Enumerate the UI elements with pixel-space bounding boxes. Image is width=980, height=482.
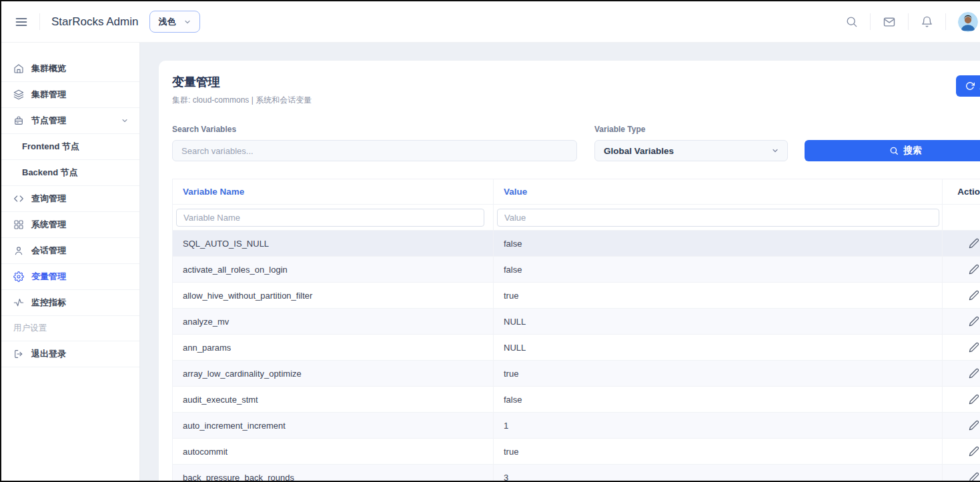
user-avatar[interactable] (958, 12, 978, 32)
sidebar-item-cluster-management[interactable]: 集群管理 (1, 82, 139, 108)
chevron-down-icon (771, 147, 779, 155)
actions-cell (942, 413, 980, 438)
table-row[interactable]: activate_all_roles_on_loginfalse (173, 257, 980, 283)
sidebar-item-label: 系统管理 (31, 219, 66, 231)
divider (945, 13, 946, 30)
variable-name-filter-input[interactable] (176, 209, 484, 227)
grid-icon (13, 219, 24, 230)
sidebar-item-session-management[interactable]: 会话管理 (1, 238, 139, 264)
pencil-icon (969, 238, 979, 249)
pencil-icon (969, 290, 979, 301)
variable-name-cell: analyze_mv (173, 309, 493, 334)
edit-variable-button[interactable] (969, 420, 979, 431)
app-title: StarRocks Admin (51, 15, 138, 29)
edit-variable-button[interactable] (969, 368, 979, 379)
table-row[interactable]: analyze_mvNULL (173, 309, 980, 335)
refresh-icon (965, 81, 975, 91)
chevron-down-icon (183, 18, 191, 26)
variable-type-select[interactable]: Global Variables (594, 140, 788, 161)
sidebar-item-monitoring-metrics[interactable]: 监控指标 (1, 290, 139, 316)
pencil-icon (969, 316, 979, 327)
variable-value-cell: NULL (493, 309, 942, 334)
actions-cell (942, 231, 980, 256)
table-row[interactable]: allow_hive_without_partition_filtertrue (173, 283, 980, 309)
divider (908, 13, 909, 30)
table-filter-row (173, 205, 980, 231)
edit-variable-button[interactable] (969, 264, 979, 275)
sidebar-item-variable-management[interactable]: 变量管理 (1, 264, 139, 290)
table-row[interactable]: ann_paramsNULL (173, 335, 980, 361)
search-button[interactable]: 搜索 (805, 140, 980, 161)
sidebar-subitem-backend-nodes[interactable]: Backend 节点 (1, 160, 139, 186)
top-bar-actions (837, 12, 979, 32)
sidebar-item-label: 变量管理 (31, 271, 66, 283)
variable-name-cell: autocommit (173, 439, 493, 464)
sidebar-item-label: 节点管理 (31, 115, 66, 127)
edit-variable-button[interactable] (969, 472, 979, 481)
variable-name-cell: allow_hive_without_partition_filter (173, 283, 493, 308)
search-button-label: 搜索 (904, 145, 922, 157)
sidebar-subitem-frontend-nodes[interactable]: Frontend 节点 (1, 134, 139, 160)
actions-cell (942, 257, 980, 282)
variables-table: Variable Name Value Actions SQL_AUTO_I (172, 179, 980, 481)
sidebar-item-label: 集群概览 (31, 63, 66, 75)
table-row[interactable]: auto_increment_increment1 (173, 413, 980, 439)
mail-icon[interactable] (875, 15, 904, 29)
variable-value-cell: NULL (493, 335, 942, 360)
gear-icon (13, 271, 24, 282)
search-icon[interactable] (837, 15, 866, 28)
sidebar-item-node-management[interactable]: 节点管理 (1, 108, 139, 134)
column-header-value[interactable]: Value (493, 179, 942, 204)
sidebar-item-logout[interactable]: 退出登录 (1, 341, 139, 367)
table-row[interactable]: array_low_cardinality_optimizetrue (173, 361, 980, 387)
table-row[interactable]: audit_execute_stmtfalse (173, 387, 980, 413)
sidebar-item-label: 集群管理 (31, 89, 66, 101)
sidebar-item-system-management[interactable]: 系统管理 (1, 212, 139, 238)
menu-toggle-icon[interactable] (15, 15, 28, 29)
page-title: 变量管理 (172, 74, 312, 90)
table-row[interactable]: back_pressure_back_rounds3 (173, 465, 980, 481)
theme-select[interactable]: 浅色 (149, 11, 200, 33)
edit-variable-button[interactable] (969, 290, 979, 301)
logout-icon (13, 349, 24, 359)
sidebar-item-label: 会话管理 (31, 245, 66, 257)
bell-icon[interactable] (913, 15, 941, 28)
search-variables-input[interactable] (172, 140, 577, 161)
edit-variable-button[interactable] (969, 316, 979, 327)
variable-name-cell: audit_execute_stmt (173, 387, 493, 412)
pencil-icon (969, 472, 979, 481)
edit-variable-button[interactable] (969, 342, 979, 353)
actions-cell (942, 361, 980, 386)
table-row[interactable]: autocommittrue (173, 439, 980, 465)
variable-name-cell: back_pressure_back_rounds (173, 465, 493, 481)
pencil-icon (969, 420, 979, 431)
variable-name-cell: SQL_AUTO_IS_NULL (173, 231, 493, 256)
refresh-button[interactable]: 刷新 (956, 75, 980, 97)
sidebar: 集群概览集群管理节点管理Frontend 节点Backend 节点查询管理系统管… (1, 43, 140, 481)
sidebar-item-query-management[interactable]: 查询管理 (1, 186, 139, 212)
actions-cell (942, 335, 980, 360)
edit-variable-button[interactable] (969, 446, 979, 457)
table-row[interactable]: SQL_AUTO_IS_NULLfalse (173, 231, 980, 257)
value-filter-input[interactable] (497, 209, 939, 227)
column-header-variable-name[interactable]: Variable Name (173, 179, 493, 204)
search-variables-label: Search Variables (172, 125, 577, 134)
edit-variable-button[interactable] (969, 394, 979, 405)
variable-value-cell: false (493, 387, 942, 412)
search-icon (889, 146, 899, 155)
server-icon (13, 115, 24, 126)
sidebar-item-label: 监控指标 (31, 297, 66, 309)
table-header-row: Variable Name Value Actions (173, 179, 980, 205)
pencil-icon (969, 264, 979, 275)
variable-name-cell: array_low_cardinality_optimize (173, 361, 493, 386)
variable-value-cell: true (493, 283, 942, 308)
layers-icon (13, 89, 24, 100)
pencil-icon (969, 342, 979, 353)
sidebar-item-label: 查询管理 (31, 193, 66, 205)
variable-value-cell: 1 (493, 413, 942, 438)
sidebar-item-cluster-overview[interactable]: 集群概览 (1, 56, 139, 82)
divider (870, 13, 871, 30)
theme-select-value: 浅色 (158, 16, 175, 28)
actions-cell (942, 439, 980, 464)
edit-variable-button[interactable] (969, 238, 979, 249)
